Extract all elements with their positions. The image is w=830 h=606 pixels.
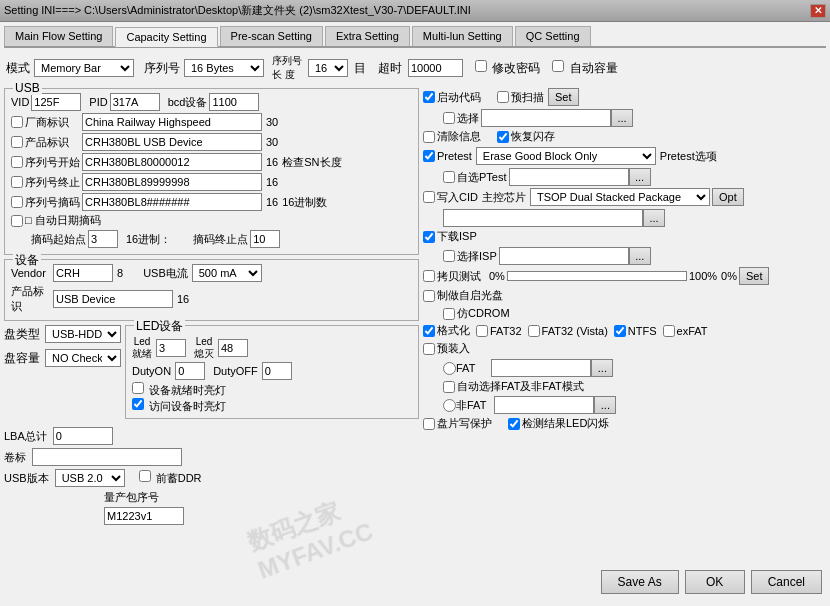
select-isp-checkbox[interactable] [443, 250, 455, 262]
mask-end-input[interactable] [250, 230, 280, 248]
mode-select[interactable]: Memory Bar [34, 59, 134, 77]
tab-qc[interactable]: QC Setting [515, 26, 591, 46]
light-on-ready-label[interactable]: 设备就绪时亮灯 [132, 384, 226, 396]
non-fat-input[interactable] [494, 396, 594, 414]
close-button[interactable]: ✕ [810, 4, 826, 18]
preload-checkbox[interactable] [423, 343, 435, 355]
auto-date-row: □ 自动日期摘码 [11, 213, 412, 228]
serial-width-select[interactable]: 16 [308, 59, 348, 77]
tab-main-flow[interactable]: Main Flow Setting [4, 26, 113, 46]
copy-test-checkbox[interactable] [423, 270, 435, 282]
detect-led-checkbox[interactable] [508, 418, 520, 430]
format-checkbox[interactable] [423, 325, 435, 337]
sn-start-checkbox[interactable] [11, 156, 23, 168]
fat-input[interactable] [491, 359, 591, 377]
vendor-checkbox[interactable] [11, 116, 23, 128]
sn-mask-input[interactable] [82, 193, 262, 211]
auto-capacity-checkbox[interactable] [552, 60, 564, 72]
fake-cd-checkbox[interactable] [443, 308, 455, 320]
select-ellipsis-btn[interactable]: ... [611, 109, 633, 127]
cancel-button[interactable]: Cancel [751, 570, 822, 594]
fat32vista-checkbox[interactable] [528, 325, 540, 337]
download-isp-row: 下载ISP [423, 229, 826, 244]
self-ptest-input[interactable] [509, 168, 629, 186]
tab-multi-lun[interactable]: Multi-lun Setting [412, 26, 513, 46]
light-on-ready-checkbox[interactable] [132, 382, 144, 394]
vol-input[interactable] [32, 448, 182, 466]
ptest-ellipsis-btn[interactable]: ... [629, 168, 651, 186]
fat-radio[interactable] [443, 362, 456, 375]
product-input[interactable] [82, 133, 262, 151]
start-code-checkbox[interactable] [423, 91, 435, 103]
select-input[interactable] [481, 109, 611, 127]
non-fat-ellipsis-btn[interactable]: ... [594, 396, 616, 414]
clear-info-row: 清除信息 恢复闪存 [423, 129, 826, 144]
disk-protect-checkbox[interactable] [423, 418, 435, 430]
exfat-checkbox[interactable] [663, 325, 675, 337]
restore-flash-checkbox[interactable] [497, 131, 509, 143]
make-cd-checkbox[interactable] [423, 290, 435, 302]
serial-select[interactable]: 16 Bytes [184, 59, 264, 77]
tab-capacity-setting[interactable]: Capacity Setting [115, 27, 217, 47]
copy-right-pct: 0% [721, 270, 737, 282]
led-blink-input[interactable] [218, 339, 248, 357]
bcd-input[interactable] [209, 93, 259, 111]
light-on-access-checkbox[interactable] [132, 398, 144, 410]
vendor-input[interactable] [82, 113, 262, 131]
device-product-input[interactable] [53, 290, 173, 308]
led-ready-input[interactable] [156, 339, 186, 357]
select-isp-input[interactable] [499, 247, 629, 265]
save-as-button[interactable]: Save As [601, 570, 679, 594]
cid-input[interactable] [443, 209, 643, 227]
vid-input[interactable] [31, 93, 81, 111]
clear-info-checkbox[interactable] [423, 131, 435, 143]
product-checkbox[interactable] [11, 136, 23, 148]
fat-ellipsis-btn[interactable]: ... [591, 359, 613, 377]
duty-on-input[interactable] [175, 362, 205, 380]
light-on-access-label[interactable]: 访问设备时亮灯 [132, 400, 226, 412]
write-cid-checkbox[interactable] [423, 191, 435, 203]
sn-end-checkbox[interactable] [11, 176, 23, 188]
sn-start-input[interactable] [82, 153, 262, 171]
prescan-checkbox[interactable] [497, 91, 509, 103]
pretest-select[interactable]: Erase Good Block Only [476, 147, 656, 165]
pretest-checkbox[interactable] [423, 150, 435, 162]
sn-end-input[interactable] [82, 173, 262, 191]
select-checkbox[interactable] [443, 112, 455, 124]
mask-range-row: 摘码起始点 16进制： 摘码终止点 [11, 230, 412, 248]
download-isp-checkbox[interactable] [423, 231, 435, 243]
tab-extra[interactable]: Extra Setting [325, 26, 410, 46]
ntfs-checkbox[interactable] [614, 325, 626, 337]
duty-off-input[interactable] [262, 362, 292, 380]
modify-code-checkbox[interactable] [475, 60, 487, 72]
pid-input[interactable] [110, 93, 160, 111]
main-chip-select[interactable]: TSOP Dual Stacked Package [530, 188, 710, 206]
usb-version-select[interactable]: USB 2.0 [55, 469, 125, 487]
start-code-row: 启动代码 预扫描 Set [423, 88, 826, 106]
device-vendor-input[interactable] [53, 264, 113, 282]
non-fat-radio[interactable] [443, 399, 456, 412]
isp-ellipsis-btn[interactable]: ... [629, 247, 651, 265]
lba-input[interactable] [53, 427, 113, 445]
set-button[interactable]: Set [548, 88, 579, 106]
auto-date-checkbox[interactable] [11, 215, 23, 227]
mask-start-input[interactable] [88, 230, 118, 248]
tab-prescan[interactable]: Pre-scan Setting [220, 26, 323, 46]
cid-ellipsis-btn[interactable]: ... [643, 209, 665, 227]
front-ddr-checkbox[interactable] [139, 470, 151, 482]
fat32-checkbox[interactable] [476, 325, 488, 337]
batch-no-input[interactable] [104, 507, 184, 525]
set-copy-button[interactable]: Set [739, 267, 770, 285]
usb-power-select[interactable]: 500 mA [192, 264, 262, 282]
front-ddr-label[interactable]: 前蓄DDR [139, 470, 202, 486]
ok-button[interactable]: OK [685, 570, 745, 594]
sn-mask-len: 16 [266, 196, 278, 208]
sn-mask-checkbox[interactable] [11, 196, 23, 208]
timeout-input[interactable] [408, 59, 463, 77]
disk-type-select[interactable]: USB-HDD [45, 325, 121, 343]
opt-button[interactable]: Opt [712, 188, 744, 206]
non-fat-row: 非FAT ... [423, 396, 826, 414]
auto-fat-checkbox[interactable] [443, 381, 455, 393]
disk-cap-select[interactable]: NO Check [45, 349, 121, 367]
self-ptest-checkbox[interactable] [443, 171, 455, 183]
